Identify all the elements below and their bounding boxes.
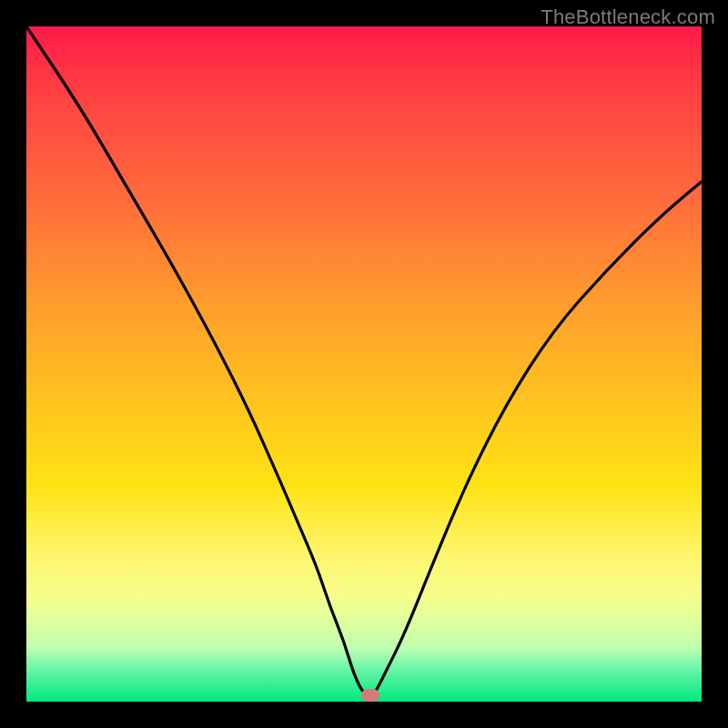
plot-area [26, 26, 702, 702]
optimum-marker [361, 689, 379, 702]
curve-path [26, 26, 702, 695]
watermark-text: TheBottleneck.com [541, 5, 715, 29]
bottleneck-curve [26, 26, 702, 702]
chart-container: TheBottleneck.com [0, 0, 728, 728]
